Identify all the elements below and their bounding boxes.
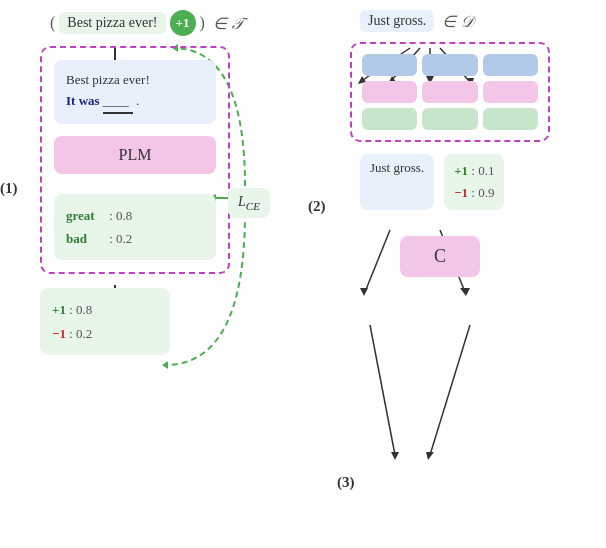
template-line1: Best pizza ever! [66, 70, 204, 91]
scores-box: great : 0.8 bad : 0.2 [54, 194, 216, 261]
feature-cell-p1 [362, 81, 417, 103]
final-score-1: : 0.8 [69, 302, 92, 317]
svg-marker-11 [162, 361, 168, 369]
feature-cell-b3 [483, 54, 538, 76]
header-right: Just gross. ∈ 𝒟 [360, 10, 590, 32]
template-line2: It was ____ . [66, 91, 204, 114]
final-minus-one: −1 [52, 326, 66, 341]
purple-dashed-box-left: Best pizza ever! It was ____ . PLM great… [40, 46, 230, 274]
final-score-2: : 0.2 [69, 326, 92, 341]
plus-one-badge: +1 [170, 10, 196, 36]
svg-marker-23 [460, 288, 470, 296]
lce-subscript: CE [246, 200, 260, 212]
svg-marker-27 [426, 452, 434, 460]
feature-cell-g2 [422, 108, 477, 130]
right-pred-row1: +1 : 0.1 [454, 160, 494, 182]
right-scores: Just gross. +1 : 0.1 −1 : 0.9 [360, 154, 590, 210]
word-great: great [66, 204, 106, 227]
final-pred-row1: +1 : 0.8 [52, 298, 158, 321]
final-pred-box: +1 : 0.8 −1 : 0.2 [40, 288, 170, 355]
feature-cell-b2 [422, 54, 477, 76]
set-symbol-T: ∈ 𝒯 [213, 14, 241, 33]
purple-dashed-box-right [350, 42, 550, 142]
plm-box: PLM [54, 136, 216, 174]
feature-cell-p3 [483, 81, 538, 103]
lce-letter: L [238, 194, 246, 209]
open-paren: ( [50, 14, 55, 32]
input-text-label: Best pizza ever! [59, 12, 165, 34]
left-section: ( Best pizza ever! +1 ) ∈ 𝒯 Best pizza e… [20, 10, 280, 355]
feature-cell-p2 [422, 81, 477, 103]
input-text-right: Just gross. [360, 10, 434, 32]
template-bold: It was [66, 93, 100, 108]
label-1: (1) [0, 180, 18, 197]
score-row-1: great : 0.8 [66, 204, 204, 227]
svg-line-24 [370, 325, 395, 455]
right-section: Just gross. ∈ 𝒟 Just gross. [320, 10, 590, 277]
just-gross-box: Just gross. [360, 154, 434, 210]
right-minus-one: −1 [454, 185, 468, 200]
template-blank: ____ [103, 93, 133, 108]
right-pred-box: +1 : 0.1 −1 : 0.9 [444, 154, 504, 210]
c-box: C [400, 236, 480, 277]
label-2: (2) [308, 198, 326, 215]
svg-line-26 [430, 325, 470, 455]
svg-marker-25 [391, 452, 399, 460]
header-expr: ( Best pizza ever! +1 ) ∈ 𝒯 [50, 10, 280, 36]
feature-grid [362, 54, 538, 130]
svg-marker-21 [360, 288, 368, 296]
final-pred-row2: −1 : 0.2 [52, 322, 158, 345]
label-3: (3) [337, 474, 355, 491]
final-plus-one: +1 [52, 302, 66, 317]
score-bad: : 0.2 [109, 231, 132, 246]
set-symbol-D: ∈ 𝒟 [442, 12, 473, 31]
close-paren: ) [200, 14, 205, 32]
feature-cell-b1 [362, 54, 417, 76]
score-row-2: bad : 0.2 [66, 227, 204, 250]
score-great: : 0.8 [109, 208, 132, 223]
right-plus-one: +1 [454, 163, 468, 178]
diagram: ( Best pizza ever! +1 ) ∈ 𝒯 Best pizza e… [0, 0, 606, 548]
template-end: . [136, 93, 139, 108]
right-score-1: : 0.1 [471, 163, 494, 178]
lce-box: LCE [228, 188, 270, 218]
right-score-2: : 0.9 [471, 185, 494, 200]
word-bad: bad [66, 227, 106, 250]
feature-cell-g1 [362, 108, 417, 130]
right-pred-row2: −1 : 0.9 [454, 182, 494, 204]
feature-cell-g3 [483, 108, 538, 130]
template-box: Best pizza ever! It was ____ . [54, 60, 216, 124]
